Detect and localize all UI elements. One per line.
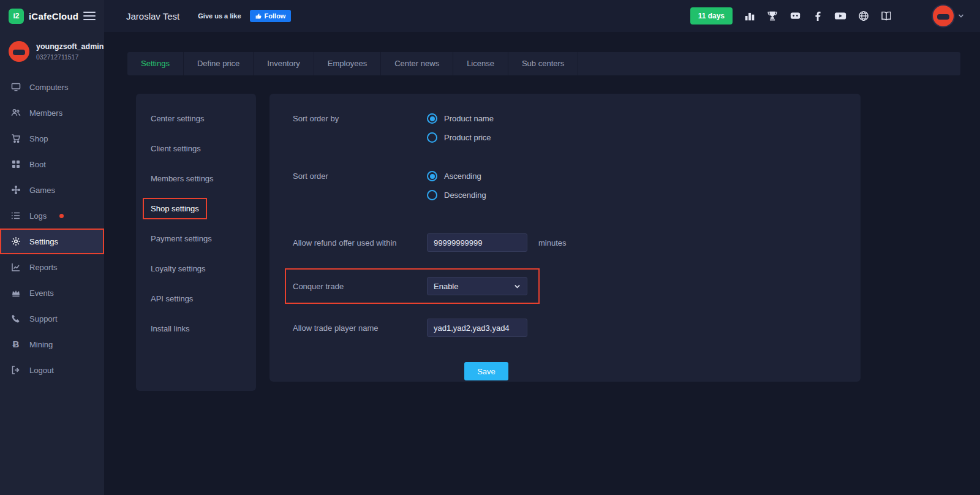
like-prompt: Give us a like	[198, 12, 241, 20]
tab-inventory[interactable]: Inventory	[254, 52, 314, 75]
settings-gear-icon	[11, 236, 21, 246]
tab-employees[interactable]: Employees	[314, 52, 381, 75]
avatar	[933, 6, 954, 26]
settings-nav-shop-settings[interactable]: Shop settings	[136, 194, 256, 224]
tab-settings[interactable]: Settings	[127, 52, 184, 75]
refund-window-suffix: minutes	[538, 238, 567, 248]
chevron-down-icon	[514, 283, 521, 290]
members-icon	[11, 108, 21, 118]
sort-order-by-label: Sort order by	[293, 113, 427, 123]
selected-option: Enable	[434, 282, 458, 291]
save-button[interactable]: Save	[464, 362, 508, 380]
settings-nav-label: Client settings	[151, 144, 201, 153]
sidebar-item-logout[interactable]: Logout	[0, 357, 104, 383]
sidebar-item-games[interactable]: Games	[0, 177, 104, 203]
reports-chart-icon	[11, 262, 21, 272]
radio-label: Ascending	[444, 172, 481, 181]
shop-settings-annotation-box: Shop settings	[144, 199, 206, 218]
sidebar-item-logs[interactable]: Logs	[0, 203, 104, 229]
facebook-follow-button[interactable]: Follow	[250, 10, 292, 22]
settings-nav-client-settings[interactable]: Client settings	[136, 134, 256, 164]
handbook-icon[interactable]	[881, 10, 892, 21]
events-crown-icon	[11, 288, 21, 298]
radio-label: Product name	[444, 114, 494, 123]
sidebar-item-label: Games	[29, 186, 55, 195]
settings-nav-panel: Center settings Client settings Members …	[136, 94, 256, 391]
sidebar-item-shop[interactable]: Shop	[0, 126, 104, 151]
thumbs-up-icon	[255, 13, 262, 19]
discord-icon[interactable]	[790, 10, 801, 21]
sidebar-item-settings[interactable]: Settings	[0, 229, 104, 254]
radio-selected-icon[interactable]	[427, 171, 437, 181]
refund-window-label: Allow refund offer used within	[293, 238, 427, 248]
settings-nav-label: Install links	[151, 324, 190, 333]
sidebar-item-label: Boot	[29, 160, 46, 169]
shop-cart-icon	[11, 134, 21, 143]
tab-center-news[interactable]: Center news	[381, 52, 453, 75]
settings-nav-label: Members settings	[151, 174, 214, 183]
sidebar-item-label: Settings	[29, 237, 58, 246]
radio-product-name[interactable]: Product name	[427, 113, 494, 124]
sidebar-item-boot[interactable]: Boot	[0, 151, 104, 177]
trophy-icon[interactable]	[767, 10, 778, 21]
sort-order-label: Sort order	[293, 171, 427, 181]
sidebar-item-label: Members	[29, 108, 62, 118]
sidebar-item-reports[interactable]: Reports	[0, 254, 104, 280]
sort-order-row: Sort order Ascending Descending	[293, 171, 861, 209]
settings-nav-install-links[interactable]: Install links	[136, 314, 256, 344]
radio-unselected-icon[interactable]	[427, 190, 437, 200]
logs-list-icon	[11, 211, 21, 221]
sidebar-item-label: Events	[29, 289, 54, 298]
settings-nav-center-settings[interactable]: Center settings	[136, 104, 256, 134]
facebook-icon[interactable]	[813, 11, 823, 21]
tab-define-price[interactable]: Define price	[184, 52, 254, 75]
topbar-right: 11 days	[690, 6, 980, 26]
user-avatar	[9, 41, 29, 62]
menu-icon[interactable]	[83, 12, 96, 20]
trade-players-row: Allow trade player name	[293, 319, 861, 337]
youtube-icon[interactable]	[834, 10, 846, 21]
refund-window-input[interactable]	[427, 233, 527, 252]
radio-selected-icon[interactable]	[427, 113, 437, 124]
conquer-trade-annotation-box: Conquer trade Enable	[286, 270, 538, 303]
settings-nav-payment-settings[interactable]: Payment settings	[136, 224, 256, 254]
tab-sub-centers[interactable]: Sub centers	[508, 52, 578, 75]
logs-alert-dot	[59, 214, 64, 218]
boot-grid-icon	[11, 159, 21, 169]
sidebar-item-support[interactable]: Support	[0, 306, 104, 331]
settings-nav-label: Center settings	[151, 114, 204, 123]
radio-unselected-icon[interactable]	[427, 132, 437, 143]
conquer-trade-select[interactable]: Enable	[427, 277, 527, 295]
sidebar-item-members[interactable]: Members	[0, 100, 104, 126]
settings-nav-loyalty-settings[interactable]: Loyalty settings	[136, 254, 256, 284]
radio-product-price[interactable]: Product price	[427, 132, 494, 143]
settings-nav-label: Shop settings	[151, 204, 199, 213]
sort-order-by-row: Sort order by Product name Product price	[293, 113, 861, 151]
account-menu[interactable]	[933, 6, 964, 26]
sidebar-item-computers[interactable]: Computers	[0, 74, 104, 100]
user-name: youngzsoft_admin	[36, 42, 104, 51]
sidebar-item-label: Support	[29, 314, 58, 323]
license-days-badge[interactable]: 11 days	[690, 7, 733, 25]
radio-descending[interactable]: Descending	[427, 190, 486, 200]
shop-settings-form: Sort order by Product name Product price…	[270, 94, 861, 382]
sidebar: youngzsoft_admin 032712711517 Computers …	[0, 32, 104, 495]
sidebar-item-mining[interactable]: Ƀ Mining	[0, 331, 104, 357]
globe-icon[interactable]	[858, 10, 869, 21]
stats-icon[interactable]	[744, 10, 755, 21]
brand-name: iCafeCloud	[29, 11, 78, 21]
sidebar-item-label: Logs	[29, 211, 47, 221]
trade-players-label: Allow trade player name	[293, 323, 427, 333]
radio-ascending[interactable]: Ascending	[427, 171, 486, 181]
settings-nav-members-settings[interactable]: Members settings	[136, 164, 256, 194]
mining-bitcoin-icon: Ƀ	[11, 339, 21, 349]
settings-nav-api-settings[interactable]: API settings	[136, 284, 256, 314]
brand-logo-icon: i2	[9, 9, 24, 24]
settings-nav-label: Payment settings	[151, 234, 212, 243]
sidebar-item-events[interactable]: Events	[0, 280, 104, 306]
sidebar-item-label: Computers	[29, 83, 69, 92]
computers-icon	[11, 82, 21, 92]
tab-bar: Settings Define price Inventory Employee…	[127, 52, 960, 75]
trade-players-input[interactable]	[427, 319, 527, 337]
tab-license[interactable]: License	[453, 52, 508, 75]
